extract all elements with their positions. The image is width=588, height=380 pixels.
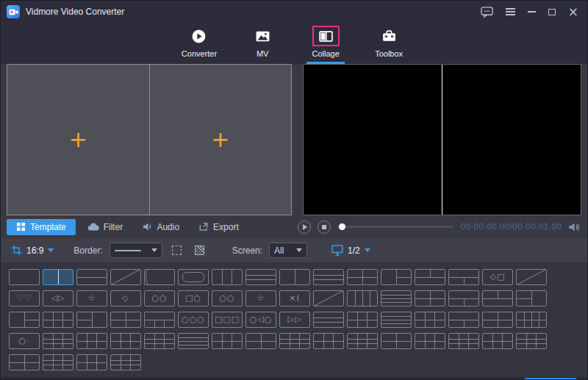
template-tile-r2-c2[interactable]: ☆ bbox=[76, 290, 107, 306]
template-tile-r2-c13[interactable] bbox=[448, 290, 479, 306]
template-tile-r1-c17[interactable]: ♡♡ bbox=[9, 290, 40, 306]
template-tile-r1-c12[interactable] bbox=[381, 269, 412, 285]
template-tile-r3-c6[interactable]: ○◁○ bbox=[245, 312, 276, 328]
template-tile-r1-c8[interactable] bbox=[245, 269, 276, 285]
template-tile-r1-c13[interactable] bbox=[415, 269, 445, 285]
template-tile-r3-c4[interactable]: ○○○ bbox=[178, 312, 209, 328]
main-nav: Converter MV Collage Toolbox bbox=[1, 23, 587, 64]
template-tile-r2-c16[interactable] bbox=[9, 312, 40, 328]
template-tile-r4-c15[interactable] bbox=[43, 354, 74, 370]
collage-cell-1[interactable]: + bbox=[7, 65, 149, 215]
close-button[interactable]: × bbox=[568, 5, 578, 18]
template-tile-r1-c2[interactable] bbox=[43, 269, 74, 285]
add-media-plus-icon[interactable]: + bbox=[69, 129, 87, 151]
template-tile-r2-c7[interactable]: ☆ bbox=[245, 290, 276, 306]
seek-handle[interactable] bbox=[339, 223, 345, 230]
template-tile-r1-c1[interactable] bbox=[9, 269, 40, 285]
border-style-dropdown[interactable] bbox=[110, 243, 162, 258]
template-tile-r1-c4[interactable] bbox=[110, 269, 141, 285]
template-tile-r2-c14[interactable] bbox=[482, 290, 513, 306]
template-tile-r2-c6[interactable]: ○○ bbox=[212, 290, 243, 306]
template-tile-r1-c10[interactable] bbox=[313, 269, 344, 285]
template-tile-r3-c9[interactable] bbox=[347, 312, 378, 328]
tab-collage[interactable]: Collage bbox=[305, 23, 346, 64]
template-tile-r4-c14[interactable] bbox=[9, 354, 40, 370]
template-tile-r2-c3[interactable]: ◇ bbox=[110, 290, 141, 306]
template-tile-r2-c8[interactable]: ×( bbox=[279, 290, 310, 306]
template-tile-r1-c7[interactable] bbox=[212, 269, 243, 285]
template-tile-r1-c6[interactable] bbox=[178, 269, 209, 285]
template-tile-r4-c17[interactable] bbox=[110, 354, 141, 370]
template-tile-r4-c6[interactable] bbox=[279, 333, 310, 349]
tab-toolbox[interactable]: Toolbox bbox=[368, 23, 409, 64]
template-tile-r3-c3[interactable] bbox=[144, 312, 175, 328]
template-tile-r3-c17[interactable] bbox=[76, 333, 107, 349]
template-tile-r4-c16[interactable] bbox=[76, 354, 107, 370]
template-tile-r3-c14[interactable] bbox=[516, 312, 547, 328]
template-tile-r3-c16[interactable] bbox=[43, 333, 74, 349]
template-tile-r3-c1[interactable] bbox=[76, 312, 107, 328]
template-tile-r4-c13[interactable] bbox=[516, 333, 547, 349]
template-tile-r3-c8[interactable] bbox=[313, 312, 344, 328]
template-tile-r3-c7[interactable]: ▷▷ bbox=[279, 312, 310, 328]
template-tile-r4-c11[interactable] bbox=[448, 333, 479, 349]
template-grid-icon bbox=[16, 222, 26, 232]
template-tile-r1-c9[interactable] bbox=[279, 269, 310, 285]
template-tile-r4-c8[interactable] bbox=[347, 333, 378, 349]
template-tile-r2-c12[interactable] bbox=[415, 290, 445, 306]
tab-mv[interactable]: MV bbox=[242, 23, 283, 64]
template-tile-r2-c10[interactable] bbox=[347, 290, 378, 306]
template-tile-r1-c5[interactable] bbox=[144, 269, 175, 285]
template-tile-r2-c5[interactable]: □○ bbox=[178, 290, 209, 306]
template-tile-r4-c3[interactable] bbox=[178, 333, 209, 349]
template-tile-r1-c3[interactable] bbox=[76, 269, 107, 285]
play-button[interactable] bbox=[298, 221, 311, 234]
template-tile-r1-c15[interactable]: ◇□ bbox=[482, 269, 513, 285]
feedback-button[interactable] bbox=[481, 5, 493, 18]
template-tile-r1-c16[interactable] bbox=[516, 269, 547, 285]
template-tile-r3-c5[interactable]: □□□ bbox=[212, 312, 243, 328]
template-tile-r4-c4[interactable] bbox=[212, 333, 243, 349]
seek-slider[interactable] bbox=[337, 226, 454, 228]
template-tile-r3-c2[interactable] bbox=[110, 312, 141, 328]
template-tile-r4-c1[interactable] bbox=[110, 333, 141, 349]
template-tile-r3-c10[interactable] bbox=[381, 312, 412, 328]
tab-template-label: Template bbox=[30, 222, 66, 232]
collage-cell-2[interactable]: + bbox=[150, 65, 292, 215]
menu-button[interactable] bbox=[506, 5, 515, 18]
screen-page-control[interactable]: 1/2 bbox=[331, 245, 370, 256]
template-tile-r4-c9[interactable] bbox=[381, 333, 412, 349]
volume-icon[interactable] bbox=[568, 222, 580, 232]
template-tile-r2-c17[interactable] bbox=[43, 312, 74, 328]
template-tile-r2-c15[interactable] bbox=[516, 290, 547, 306]
template-tile-r2-c9[interactable] bbox=[313, 290, 344, 306]
aspect-ratio-caret-icon bbox=[48, 248, 54, 252]
template-tile-r3-c13[interactable] bbox=[482, 312, 513, 328]
template-tile-r4-c2[interactable] bbox=[144, 333, 175, 349]
template-tile-r4-c12[interactable] bbox=[482, 333, 513, 349]
tab-template[interactable]: Template bbox=[7, 219, 76, 235]
minimize-button[interactable] bbox=[528, 5, 536, 18]
screen-dropdown[interactable]: All bbox=[269, 243, 307, 258]
aspect-ratio-control[interactable]: 16:9 bbox=[11, 245, 54, 256]
add-media-plus-icon[interactable]: + bbox=[211, 129, 229, 151]
border-dashed-button[interactable] bbox=[169, 243, 185, 258]
template-tile-r3-c15[interactable]: ○· bbox=[9, 333, 40, 349]
template-tile-r1-c11[interactable] bbox=[347, 269, 378, 285]
template-tile-r3-c11[interactable] bbox=[415, 312, 445, 328]
tab-audio[interactable]: Audio bbox=[135, 219, 187, 235]
tab-filter[interactable]: Filter bbox=[80, 219, 131, 235]
template-tile-r1-c14[interactable] bbox=[448, 269, 479, 285]
tab-converter[interactable]: Converter bbox=[179, 23, 220, 64]
template-tile-r4-c10[interactable] bbox=[415, 333, 445, 349]
template-tile-r3-c12[interactable] bbox=[448, 312, 479, 328]
template-tile-r2-c1[interactable]: ◁▷ bbox=[43, 290, 74, 306]
template-tile-r4-c5[interactable] bbox=[245, 333, 276, 349]
tab-export[interactable]: Export bbox=[191, 219, 246, 235]
border-hatch-button[interactable] bbox=[192, 243, 208, 258]
template-tile-r2-c11[interactable] bbox=[381, 290, 412, 306]
template-tile-r2-c4[interactable]: ○○ bbox=[144, 290, 175, 306]
template-tile-r4-c7[interactable] bbox=[313, 333, 344, 349]
stop-button[interactable] bbox=[318, 221, 331, 234]
maximize-button[interactable] bbox=[548, 5, 556, 18]
